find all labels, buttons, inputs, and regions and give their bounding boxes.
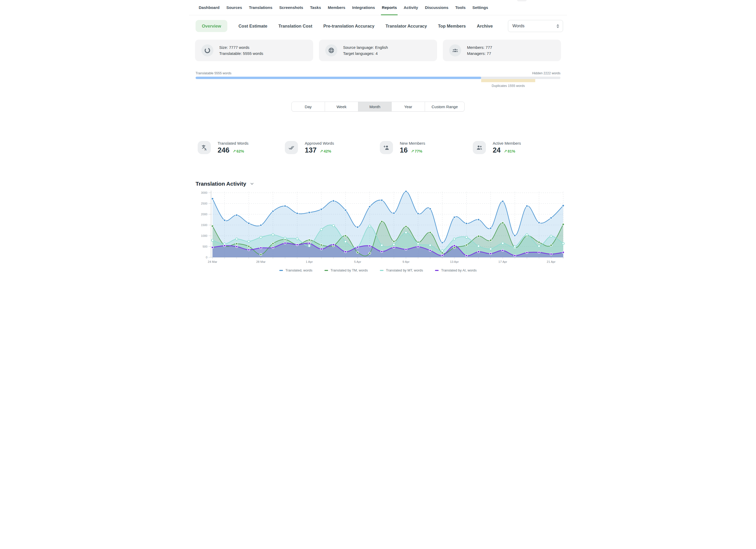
legend-item[interactable]: Translated by TM, words bbox=[324, 268, 368, 272]
translatable-fill bbox=[196, 77, 481, 79]
range-tab-month[interactable]: Month bbox=[358, 102, 392, 111]
tab-cost-estimate[interactable]: Cost Estimate bbox=[238, 24, 267, 29]
translate-icon: A bbox=[198, 141, 211, 154]
date-range-tabs: Day Week Month Year Custom Range bbox=[291, 102, 465, 112]
nav-item-settings[interactable]: Settings bbox=[473, 0, 488, 15]
legend-swatch bbox=[435, 270, 439, 271]
chart-legend: Translated, wordsTranslated by TM, words… bbox=[189, 268, 567, 272]
svg-text:A: A bbox=[204, 148, 206, 151]
words-progress-bar bbox=[196, 77, 560, 79]
range-tab-week[interactable]: Week bbox=[325, 102, 358, 111]
words-progress: Translatable 5555 words Hidden 2222 word… bbox=[189, 71, 567, 88]
person-add-icon bbox=[380, 141, 393, 154]
tab-archive[interactable]: Archive bbox=[477, 24, 493, 29]
managers-line: Managers: 77 bbox=[467, 50, 492, 56]
svg-text:2000: 2000 bbox=[201, 213, 207, 216]
progress-circle-icon bbox=[201, 44, 213, 56]
legend-label: Translated by MT, words bbox=[386, 268, 423, 272]
top-nav: Dashboard Sources Translations Screensho… bbox=[189, 0, 567, 15]
svg-text:28 Mar: 28 Mar bbox=[256, 260, 266, 263]
nav-item-sources[interactable]: Sources bbox=[226, 0, 242, 15]
legend-swatch bbox=[380, 270, 384, 271]
svg-text:1500: 1500 bbox=[201, 223, 207, 227]
translation-activity-header: Translation Activity bbox=[189, 181, 567, 187]
summary-stats: A Translated Words 246 ↗62% Approved Wor… bbox=[189, 141, 567, 155]
legend-label: Translated by AI, words bbox=[441, 268, 476, 272]
trend-up-icon: ↗ bbox=[320, 149, 323, 153]
tab-translator-accuracy[interactable]: Translator Accuracy bbox=[385, 24, 427, 29]
nav-item-translations[interactable]: Translations bbox=[249, 0, 272, 15]
nav-item-screenshots[interactable]: Screenshots bbox=[279, 0, 303, 15]
active-members-stat: Active Members 24 ↗81% bbox=[473, 141, 521, 154]
svg-text:1 Apr: 1 Apr bbox=[306, 260, 313, 263]
svg-text:9 Apr: 9 Apr bbox=[402, 260, 409, 263]
svg-text:24 Mar: 24 Mar bbox=[208, 260, 217, 263]
stat-change: ↗42% bbox=[320, 149, 331, 154]
svg-text:13 Apr: 13 Apr bbox=[450, 260, 459, 263]
nav-item-integrations[interactable]: Integrations bbox=[352, 0, 375, 15]
range-tab-day[interactable]: Day bbox=[292, 102, 325, 111]
nav-item-discussions[interactable]: Discussions bbox=[425, 0, 448, 15]
nav-item-tasks[interactable]: Tasks bbox=[310, 0, 321, 15]
legend-item[interactable]: Translated by AI, words bbox=[435, 268, 476, 272]
nav-item-members[interactable]: Members bbox=[328, 0, 345, 15]
nav-item-reports[interactable]: Reports bbox=[382, 0, 397, 15]
legend-label: Translated by TM, words bbox=[330, 268, 368, 272]
range-tab-year[interactable]: Year bbox=[392, 102, 425, 111]
stat-value: 16 bbox=[400, 146, 408, 154]
tab-pretranslation-accuracy[interactable]: Pre-translation Accuracy bbox=[323, 24, 375, 29]
stat-label: Active Members bbox=[493, 141, 521, 145]
nav-item-activity[interactable]: Activity bbox=[404, 0, 418, 15]
trend-up-icon: ↗ bbox=[504, 149, 507, 153]
legend-swatch bbox=[324, 270, 328, 271]
reports-subnav: Overview Cost Estimate Translation Cost … bbox=[189, 20, 567, 32]
members-card: Members: 777 Managers: 77 bbox=[443, 40, 561, 61]
svg-text:500: 500 bbox=[203, 245, 207, 248]
svg-text:0: 0 bbox=[206, 256, 207, 259]
translatable-label: Translatable 5555 words bbox=[196, 71, 231, 75]
svg-text:5 Apr: 5 Apr bbox=[354, 260, 361, 263]
trend-up-icon: ↗ bbox=[233, 149, 236, 153]
duplicates-label: Duplicates 1555 words bbox=[470, 84, 546, 88]
svg-text:3000: 3000 bbox=[201, 191, 207, 194]
trend-up-icon: ↗ bbox=[411, 149, 414, 153]
duplicates-bar bbox=[481, 79, 535, 82]
reports-page: Dashboard Sources Translations Screensho… bbox=[189, 0, 567, 275]
translated-words-stat: A Translated Words 246 ↗62% bbox=[198, 141, 249, 154]
double-check-icon bbox=[285, 141, 298, 154]
stat-value: 24 bbox=[493, 146, 501, 154]
hidden-label: Hidden 2222 words bbox=[532, 71, 560, 75]
members-line: Members: 777 bbox=[467, 44, 492, 50]
approved-words-stat: Approved Words 137 ↗42% bbox=[285, 141, 334, 154]
nav-item-dashboard[interactable]: Dashboard bbox=[199, 0, 219, 15]
nav-item-tools[interactable]: Tools bbox=[455, 0, 465, 15]
chevron-down-icon[interactable] bbox=[250, 182, 254, 186]
legend-swatch bbox=[279, 270, 283, 271]
size-line: Size: 7777 words bbox=[219, 44, 263, 50]
legend-item[interactable]: Translated by MT, words bbox=[380, 268, 423, 272]
translation-activity-chart: 05001000150020002500300024 Mar28 Mar1 Ap… bbox=[189, 189, 567, 272]
people-icon bbox=[473, 141, 486, 154]
globe-icon bbox=[325, 44, 337, 56]
svg-text:17 Apr: 17 Apr bbox=[498, 260, 507, 263]
select-arrows-icon bbox=[557, 24, 559, 28]
unit-select-value: Words bbox=[512, 24, 524, 28]
stat-change: ↗77% bbox=[411, 149, 422, 154]
tab-overview[interactable]: Overview bbox=[196, 20, 227, 32]
legend-item[interactable]: Translated, words bbox=[279, 268, 312, 272]
stat-label: Approved Words bbox=[305, 141, 334, 145]
translatable-line: Translatable: 5555 words bbox=[219, 50, 263, 56]
svg-text:2500: 2500 bbox=[201, 202, 207, 205]
section-title: Translation Activity bbox=[196, 181, 246, 187]
stat-change: ↗62% bbox=[233, 149, 244, 154]
tab-top-members[interactable]: Top Members bbox=[438, 24, 466, 29]
target-languages-line: Target languages: 4 bbox=[343, 50, 388, 56]
stat-change: ↗81% bbox=[504, 149, 515, 154]
tab-translation-cost[interactable]: Translation Cost bbox=[278, 24, 312, 29]
stat-value: 246 bbox=[218, 146, 229, 154]
unit-select[interactable]: Words bbox=[508, 20, 563, 32]
range-tab-custom-range[interactable]: Custom Range bbox=[425, 102, 464, 111]
svg-text:21 Apr: 21 Apr bbox=[547, 260, 555, 263]
stat-label: Translated Words bbox=[218, 141, 249, 145]
language-card: Source language: English Target language… bbox=[319, 40, 437, 61]
